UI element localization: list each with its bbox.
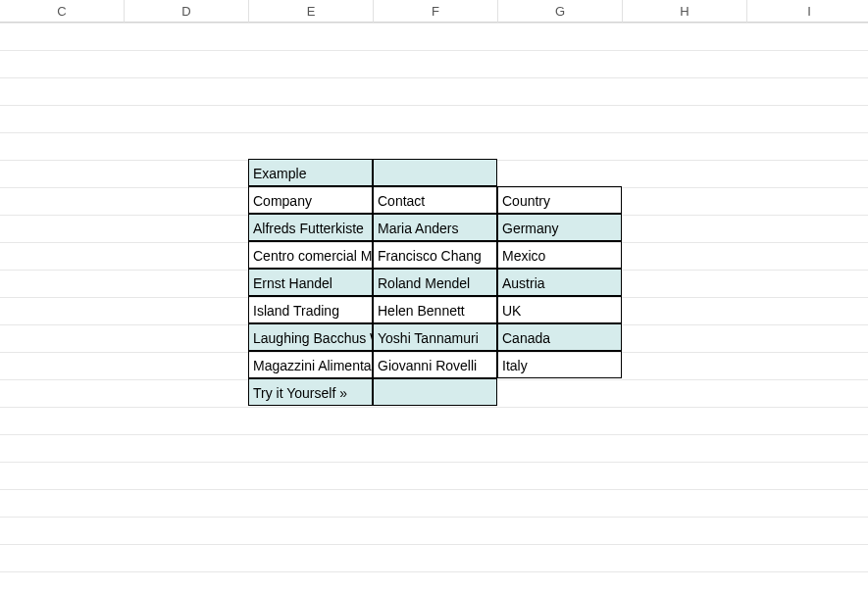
cell-E13[interactable]: Magazzini Alimentari Riuniti [248, 351, 373, 378]
cell-E6[interactable]: Example [248, 159, 373, 186]
cell-F9[interactable]: Francisco Chang [373, 241, 497, 269]
row-gridline [0, 434, 868, 435]
cell-G11[interactable]: UK [497, 296, 622, 323]
cell-G13[interactable]: Italy [497, 351, 622, 378]
column-header-C[interactable]: C [0, 0, 125, 23]
cell-F14[interactable] [373, 378, 497, 406]
column-header-F[interactable]: F [374, 0, 498, 23]
column-header-H[interactable]: H [623, 0, 747, 23]
row-gridline [0, 77, 868, 78]
cell-E11[interactable]: Island Trading [248, 296, 373, 323]
cell-E7[interactable]: Company [248, 186, 373, 214]
cell-F12[interactable]: Yoshi Tannamuri [373, 323, 497, 351]
column-header-I[interactable]: I [747, 0, 868, 23]
row-gridline [0, 23, 868, 24]
cell-F6[interactable] [373, 159, 497, 186]
row-gridline [0, 50, 868, 51]
cell-G9[interactable]: Mexico [497, 241, 622, 269]
row-gridline [0, 105, 868, 106]
spreadsheet-grid[interactable]: CDEFGHIExampleCompanyContactCountryAlfre… [0, 0, 868, 593]
cell-G7[interactable]: Country [497, 186, 622, 214]
row-gridline [0, 407, 868, 408]
cell-G10[interactable]: Austria [497, 269, 622, 296]
cell-G8[interactable]: Germany [497, 214, 622, 241]
row-gridline [0, 132, 868, 133]
cell-E12[interactable]: Laughing Bacchus Winecellars [248, 323, 373, 351]
row-gridline [0, 489, 868, 490]
row-gridline [0, 517, 868, 518]
cell-E10[interactable]: Ernst Handel [248, 269, 373, 296]
cell-E9[interactable]: Centro comercial Moctezuma [248, 241, 373, 269]
cell-G12[interactable]: Canada [497, 323, 622, 351]
cell-F13[interactable]: Giovanni Rovelli [373, 351, 497, 378]
column-header-E[interactable]: E [249, 0, 374, 23]
row-gridline [0, 462, 868, 463]
cell-E14[interactable]: Try it Yourself » [248, 378, 373, 406]
cell-F10[interactable]: Roland Mendel [373, 269, 497, 296]
cell-F7[interactable]: Contact [373, 186, 497, 214]
column-header-G[interactable]: G [498, 0, 623, 23]
cell-E8[interactable]: Alfreds Futterkiste [248, 214, 373, 241]
row-gridline [0, 571, 868, 572]
row-gridline [0, 544, 868, 545]
column-header-D[interactable]: D [125, 0, 249, 23]
cell-F11[interactable]: Helen Bennett [373, 296, 497, 323]
cell-F8[interactable]: Maria Anders [373, 214, 497, 241]
